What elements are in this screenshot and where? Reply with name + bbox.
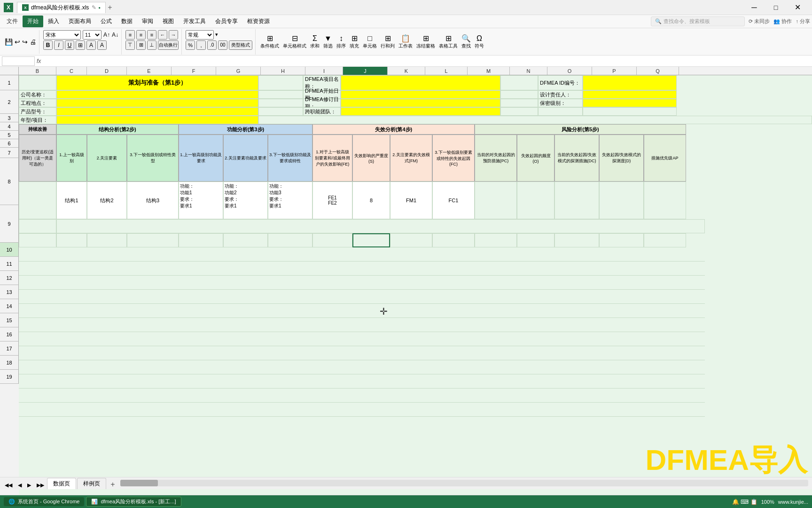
font-color-button[interactable]: A [97, 40, 107, 50]
cell-B4[interactable]: 产品型号： [19, 107, 56, 116]
subhdr-struct2[interactable]: 2.关注要素 [87, 135, 127, 182]
bold-button[interactable]: B [43, 40, 53, 50]
scroll-right-one-btn[interactable]: ▶ [24, 481, 34, 489]
share-icon[interactable]: ↑ 分享 [796, 18, 810, 25]
cell-sp5[interactable] [500, 99, 538, 107]
empty-B10[interactable] [19, 233, 56, 247]
cell-I10[interactable] [312, 233, 352, 247]
format-dropdown-icon[interactable]: ▾ [215, 32, 218, 38]
cell-model-val[interactable] [56, 107, 258, 116]
cell-D10[interactable] [87, 233, 127, 247]
cell-sp10-rest[interactable] [258, 116, 812, 124]
cell-B3[interactable]: 工程地点： [19, 99, 56, 107]
col-Q[interactable]: Q [637, 67, 679, 75]
scroll-left-one-btn[interactable]: ◀ [15, 481, 24, 489]
subhdr-fc[interactable]: 3.下一较低级别要素或特性的失效起因(FC) [432, 135, 475, 182]
empty-rest-9[interactable] [56, 219, 705, 233]
add-tab-btn[interactable]: + [108, 3, 112, 12]
cell-sp4[interactable] [258, 99, 303, 107]
valign-top-btn[interactable]: ⊤ [125, 40, 135, 50]
font-grow-icon[interactable]: A↑ [103, 32, 110, 38]
data-change[interactable] [19, 182, 56, 219]
border-button[interactable]: ⊞ [76, 40, 85, 50]
col-P[interactable]: P [592, 67, 637, 75]
subhdr-o[interactable]: 失效起因的频度(O) [517, 135, 554, 182]
cell-start-val[interactable] [341, 90, 500, 99]
subhdr-func1[interactable]: 1.上一较高级别功能及要求 [179, 135, 223, 182]
col-O[interactable]: O [547, 67, 592, 75]
subhdr-ap[interactable]: 措施优先级AP [644, 135, 686, 182]
col-I[interactable]: I [305, 67, 343, 75]
row-header-14[interactable]: 14 [0, 299, 19, 313]
save-icon[interactable]: 💾 [5, 38, 13, 46]
subhdr-s[interactable]: 失效影响的严重度(S) [352, 135, 390, 182]
data-func2[interactable]: 功能： 功能2 要求： 要求1 [223, 182, 268, 219]
tab-formula[interactable]: 公式 [96, 16, 117, 27]
scroll-right-btn[interactable]: ▶▶ [34, 481, 47, 489]
row-header-6[interactable]: 6 [0, 139, 19, 148]
row-header-10[interactable]: 10 [0, 243, 19, 257]
undo-icon[interactable]: ↩ [15, 38, 20, 46]
tab-data[interactable]: 数据 [117, 16, 137, 27]
cell-dfmea-id-val[interactable] [583, 75, 677, 90]
subhdr-func3[interactable]: 3.下一较低级别功能及要求或特性 [268, 135, 312, 182]
wrap-text-btn[interactable]: 自动换行 [158, 40, 179, 50]
font-shrink-icon[interactable]: A↓ [112, 32, 118, 38]
cell-B1[interactable] [19, 75, 56, 90]
file-tab[interactable]: X dfmea风险分析模板.xls ✎ ● [17, 2, 106, 13]
font-size-selector[interactable]: 11 [83, 30, 102, 40]
data-fc[interactable]: FC1 [432, 182, 475, 219]
subhdr-fail1[interactable]: 1.对于上一较高级别要素和/或最终用户的失效影响(FE) [312, 135, 352, 182]
row-header-5[interactable]: 5 [0, 131, 19, 139]
cell-H10[interactable] [268, 233, 312, 247]
col-L[interactable]: L [425, 67, 468, 75]
indent-dec-btn[interactable]: ← [158, 30, 167, 40]
cell-E10[interactable] [127, 233, 179, 247]
cell-security-val[interactable] [583, 99, 677, 107]
cell-sp9[interactable] [583, 107, 677, 116]
underline-button[interactable]: U [65, 40, 74, 50]
comma-btn[interactable]: , [196, 40, 206, 50]
align-right-btn[interactable]: ≡ [147, 30, 156, 40]
cell-change-header[interactable]: 持续改善 [19, 124, 56, 135]
data-ap[interactable] [644, 182, 686, 219]
close-icon[interactable]: ✕ [787, 0, 808, 15]
search-text[interactable]: 查找命令、搜索模板 [664, 18, 710, 25]
cell-N10[interactable] [517, 233, 554, 247]
cell-K10[interactable] [390, 233, 432, 247]
tab-insert[interactable]: 插入 [43, 16, 64, 27]
conditional-format-btn[interactable]: ⊞ 条件格式 [259, 33, 280, 50]
cell-dfmea-id-label[interactable]: DFMEA ID编号： [538, 75, 583, 90]
data-dc[interactable] [554, 182, 599, 219]
cell-M10[interactable] [475, 233, 517, 247]
format-selector[interactable]: 常规 [186, 30, 214, 40]
cell-revise-val[interactable] [341, 99, 500, 107]
maximize-icon[interactable]: □ [765, 0, 787, 15]
print-icon[interactable]: 🖨 [30, 38, 36, 46]
subhdr-pc[interactable]: 当前的对失效起因的预防措施(PC) [475, 135, 517, 182]
table-tool-btn[interactable]: ⊞ 表格工具 [438, 33, 459, 50]
empty-B9[interactable] [19, 219, 56, 233]
data-struct2[interactable]: 结构2 [87, 182, 127, 219]
cell-spacer2[interactable] [500, 75, 538, 90]
data-pc[interactable] [475, 182, 517, 219]
row-header-3[interactable]: 3 [0, 114, 19, 122]
row-header-17[interactable]: 17 [0, 341, 19, 356]
subhdr-struct3[interactable]: 3.下一较低级别或特性类型 [127, 135, 179, 182]
h-scrollbar[interactable] [120, 480, 808, 486]
cell-team-val[interactable] [341, 107, 500, 116]
data-func3[interactable]: 功能： 功能3 要求： 要求1 [268, 182, 312, 219]
row-header-13[interactable]: 13 [0, 285, 19, 299]
row-header-7[interactable]: 7 [0, 148, 19, 158]
cell-sp6[interactable] [258, 107, 303, 116]
subhdr-change[interactable]: 历史/变更追权(适用时)（这一类是可选的） [19, 135, 56, 182]
cell-planning-title[interactable]: 策划与准备（第1步） [56, 75, 258, 90]
cell-security-label[interactable]: 保密级别： [538, 99, 583, 107]
tab-developer[interactable]: 开发工具 [179, 16, 211, 27]
tab-member[interactable]: 会员专享 [211, 16, 242, 27]
name-box[interactable] [2, 56, 35, 66]
align-left-btn[interactable]: ≡ [125, 30, 135, 40]
font-selector[interactable]: 宋体 [43, 30, 81, 40]
tab-page-layout[interactable]: 页面布局 [64, 16, 96, 27]
cell-C10[interactable] [56, 233, 87, 247]
